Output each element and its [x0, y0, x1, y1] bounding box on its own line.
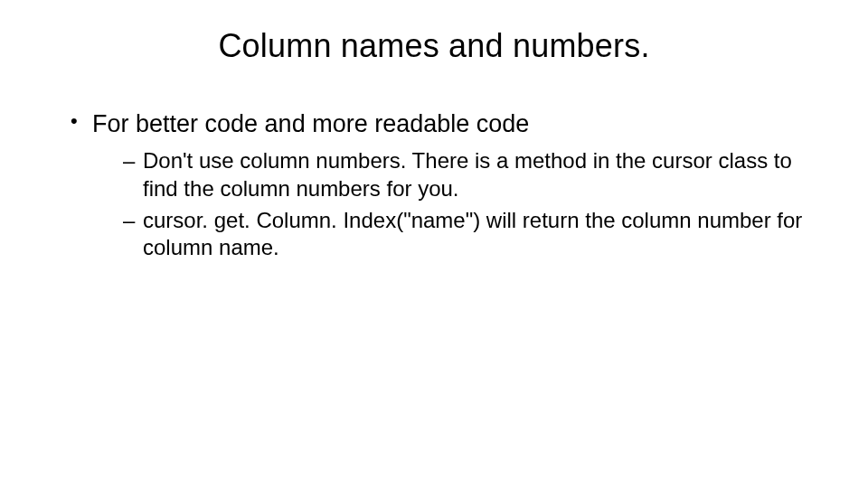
slide-title: Column names and numbers. — [54, 27, 814, 65]
slide: Column names and numbers. For better cod… — [0, 0, 868, 488]
subbullet-text: Don't use column numbers. There is a met… — [143, 148, 792, 201]
subbullet-item: Don't use column numbers. There is a met… — [123, 147, 814, 202]
subbullet-text: cursor. get. Column. Index("name") will … — [143, 208, 802, 260]
bullet-item: For better code and more readable code D… — [65, 108, 814, 262]
bullet-text: For better code and more readable code — [92, 110, 529, 137]
bullet-list-level2: Don't use column numbers. There is a met… — [92, 147, 814, 262]
subbullet-item: cursor. get. Column. Index("name") will … — [123, 207, 814, 262]
bullet-list-level1: For better code and more readable code D… — [54, 108, 814, 262]
